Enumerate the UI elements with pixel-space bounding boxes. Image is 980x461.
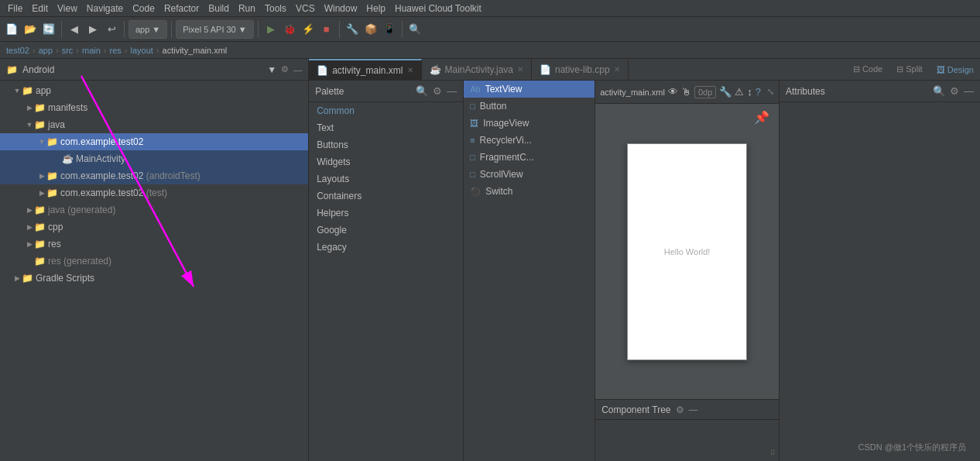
palette-category-buttons[interactable]: Buttons [309,136,463,153]
tree-item-res-generated[interactable]: ▶ 📁 res (generated) [0,253,308,270]
open-icon[interactable]: 📂 [22,21,39,38]
palette-item-button[interactable]: □ Button [464,98,595,115]
palette-item-scrollview[interactable]: □ ScrollView [464,166,595,183]
pin-icon[interactable]: 📌 [754,110,769,125]
tab-close-native[interactable]: ✕ [614,65,620,74]
panel-close-icon[interactable]: — [293,65,302,74]
menu-tools[interactable]: Tools [260,0,291,17]
palette-category-google[interactable]: Google [309,222,463,239]
menu-vcs[interactable]: VCS [291,0,320,17]
toolbar-icon-eye[interactable]: 👁 [668,86,678,98]
menu-code[interactable]: Code [128,0,159,17]
tab-close-activity[interactable]: ✕ [407,66,413,74]
tree-item-gradle[interactable]: ▶ 📁 Gradle Scripts [0,270,308,287]
sep1: › [33,46,36,55]
breadcrumb-src[interactable]: src [62,46,74,55]
sdk-manager-icon[interactable]: 📦 [362,21,379,38]
breadcrumb-test02[interactable]: test02 [6,46,29,55]
tree-item-app[interactable]: ▼ 📁 app [0,82,308,99]
panel-gear-icon[interactable]: ⚙ [281,64,289,74]
breadcrumb-res[interactable]: res [110,46,122,55]
menu-huawei[interactable]: Huawei Cloud Toolkit [390,0,486,17]
tab-mainactivity-java[interactable]: ☕ MainActivity.java ✕ [422,59,532,81]
toolbar-icon-add[interactable]: 0dp [694,86,716,98]
palette-item-fragment[interactable]: □ FragmentC... [464,149,595,166]
project-panel: 📁 Android ▼ ⚙ — ▼ 📁 app ▶ 📁 [0,59,309,461]
debug-button[interactable]: 🐞 [281,21,298,38]
palette-category-legacy[interactable]: Legacy [309,239,463,256]
tab-activity-main-xml[interactable]: 📄 activity_main.xml ✕ [309,59,421,81]
tree-item-mainactivity[interactable]: ▶ ☕ MainActivity [0,150,308,167]
split-mode-button[interactable]: ⊟ Split [890,63,928,76]
palette-category-layouts[interactable]: Layouts [309,170,463,187]
tree-scroll-area[interactable]: ▼ 📁 app ▶ 📁 manifests ▼ 📁 java [0,81,308,461]
forward-icon[interactable]: ▶ [84,21,101,38]
attr-close-icon[interactable]: — [964,85,974,97]
expand-icon[interactable]: ⤡ [767,87,774,97]
tree-item-java-generated[interactable]: ▶ 📁 java (generated) [0,201,308,218]
run-button[interactable]: ▶ [262,21,279,38]
menu-refactor[interactable]: Refactor [159,0,204,17]
tree-item-res[interactable]: ▶ 📁 res [0,236,308,253]
design-mode-button[interactable]: 🖼 Design [930,64,980,76]
toolbar-icon-align[interactable]: ↕ [747,86,752,98]
menu-navigate[interactable]: Navigate [82,0,128,17]
palette-close-icon[interactable]: — [447,85,457,97]
palette-item-textview[interactable]: Ab TextView [464,81,595,98]
palette-item-imageview[interactable]: 🖼 ImageView [464,115,595,132]
toolbar-icon-cursor[interactable]: 🖱 [681,86,691,98]
palette-item-recyclerview[interactable]: ≡ RecyclerVi... [464,132,595,149]
menu-run[interactable]: Run [234,0,260,17]
toolbar-icon-help[interactable]: ? [756,86,761,98]
palette-category-common[interactable]: Common [309,102,463,119]
new-project-icon[interactable]: 📄 [3,21,20,38]
palette-category-text[interactable]: Text [309,119,463,136]
palette-item-switch[interactable]: ⚫ Switch [464,183,595,200]
search-everywhere-icon[interactable]: 🔍 [406,21,423,38]
attr-gear-icon[interactable]: ⚙ [950,85,959,97]
breadcrumb-layout[interactable]: layout [130,46,152,55]
toolbar-icon-warning[interactable]: ⚠ [735,86,744,98]
sync-icon[interactable]: 🔄 [40,21,57,38]
avd-manager-icon[interactable]: 📱 [381,21,398,38]
tree-item-java[interactable]: ▼ 📁 java [0,116,308,133]
menu-help[interactable]: Help [362,0,390,17]
stop-button[interactable]: ■ [318,21,335,38]
palette-category-widgets[interactable]: Widgets [309,153,463,170]
menu-bar: File Edit View Navigate Code Refactor Bu… [0,0,980,17]
device-dropdown-icon: ▼ [238,25,247,34]
undo-icon[interactable]: ↩ [103,21,120,38]
cpp-folder-icon: 📁 [34,222,46,232]
back-icon[interactable]: ◀ [66,21,83,38]
toolbar-icon-magic[interactable]: 🔧 [719,86,732,98]
component-tree-close-icon[interactable]: — [689,404,698,415]
component-tree-gear-icon[interactable]: ⚙ [676,404,684,415]
tab-close-main[interactable]: ✕ [517,65,523,74]
app-selector[interactable]: app ▼ [128,20,167,39]
drag-handle[interactable]: ⠿ [770,447,776,458]
palette-category-containers[interactable]: Containers [309,187,463,205]
panel-dropdown-icon[interactable]: ▼ [267,64,276,75]
menu-view[interactable]: View [53,0,82,17]
palette-categories-scroll[interactable]: Common Text Buttons Widgets Layouts Cont… [309,102,463,461]
gradle-sync-icon[interactable]: 🔧 [344,21,361,38]
breadcrumb-main[interactable]: main [82,46,101,55]
palette-settings-icon[interactable]: ⚙ [433,85,442,97]
profile-button[interactable]: ⚡ [300,21,317,38]
tree-item-manifests[interactable]: ▶ 📁 manifests [0,99,308,116]
menu-edit[interactable]: Edit [27,0,53,17]
tree-item-test[interactable]: ▶ 📁 com.example.test02 (test) [0,184,308,201]
attr-search-icon[interactable]: 🔍 [933,85,945,97]
menu-build[interactable]: Build [204,0,234,17]
palette-search-icon[interactable]: 🔍 [416,85,428,97]
tab-native-lib-cpp[interactable]: 📄 native-lib.cpp ✕ [532,59,629,81]
code-mode-button[interactable]: ⊟ Code [847,63,889,76]
tree-item-com-example-test02[interactable]: ▼ 📁 com.example.test02 [0,133,308,150]
menu-file[interactable]: File [3,0,27,17]
palette-category-helpers[interactable]: Helpers [309,205,463,222]
tree-item-android-test[interactable]: ▶ 📁 com.example.test02 (androidTest) [0,167,308,184]
menu-window[interactable]: Window [320,0,362,17]
breadcrumb-app[interactable]: app [39,46,53,55]
device-selector[interactable]: Pixel 5 API 30 ▼ [176,20,253,39]
tree-item-cpp[interactable]: ▶ 📁 cpp [0,218,308,236]
